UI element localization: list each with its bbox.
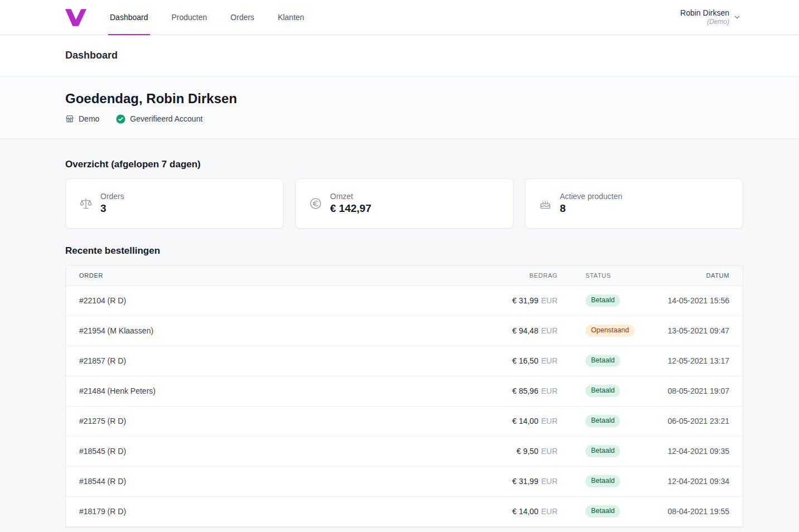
table-row[interactable]: #22104 (R D) € 31,99EUR Betaald 14-05-20… <box>66 286 743 316</box>
order-id: #21484 (Henk Peters) <box>66 386 468 395</box>
nav-item-klanten[interactable]: Klanten <box>278 0 304 35</box>
greeting-title: Goedendag, Robin Dirksen <box>65 91 734 107</box>
table-header: ORDER BEDRAG STATUS DATUM <box>66 265 743 286</box>
table-row[interactable]: #21484 (Henk Peters) € 85,96EUR Betaald … <box>66 376 743 407</box>
order-id: #21954 (M Klaassen) <box>66 326 468 335</box>
order-amount-value: € 85,96 <box>512 386 539 395</box>
recent-orders-title: Recente bestellingen <box>65 245 743 257</box>
order-date: 08-05-2021 19:07 <box>658 386 743 395</box>
order-date: 12-05-2021 13:17 <box>658 356 743 365</box>
order-amount: € 31,99EUR <box>468 296 558 305</box>
shop-name: Demo <box>79 114 99 123</box>
order-amount: € 94,48EUR <box>468 326 558 335</box>
order-amount-value: € 14,00 <box>512 507 539 516</box>
cake-icon <box>539 197 552 210</box>
nav-item-orders[interactable]: Orders <box>230 0 254 35</box>
order-date: 13-05-2021 09:47 <box>658 326 743 335</box>
column-header-datum: DATUM <box>658 272 743 279</box>
order-amount: € 9,50EUR <box>468 447 558 456</box>
order-amount-value: € 31,99 <box>512 477 539 486</box>
order-id: #22104 (R D) <box>66 296 468 305</box>
stat-value: 8 <box>560 202 622 215</box>
overview-title: Overzicht (afgelopen 7 dagen) <box>65 159 743 170</box>
stat-label: Actieve producten <box>560 192 622 201</box>
nav-item-producten[interactable]: Producten <box>172 0 207 35</box>
status-badge: Betaald <box>585 385 620 397</box>
stat-value: € 142,97 <box>330 202 371 215</box>
order-id: #18545 (R D) <box>66 447 468 456</box>
verified-label: Geverifieerd Account <box>130 114 202 123</box>
stat-label: Omzet <box>330 192 371 201</box>
page-title: Dashboard <box>65 50 118 61</box>
table-row[interactable]: #21954 (M Klaassen) € 94,48EUR Openstaan… <box>66 316 743 346</box>
order-currency: EUR <box>541 417 558 425</box>
main-content: Overzicht (afgelopen 7 dagen) Orders 3 <box>0 139 799 528</box>
stat-value: 3 <box>100 202 124 215</box>
order-date: 06-05-2021 23:21 <box>658 417 743 425</box>
order-amount-value: € 9,50 <box>517 447 539 456</box>
table-row[interactable]: #21275 (R D) € 14,00EUR Betaald 06-05-20… <box>66 407 743 437</box>
column-header-order: ORDER <box>66 272 468 279</box>
status-badge: Betaald <box>585 294 620 307</box>
order-id: #18544 (R D) <box>66 477 468 486</box>
order-id: #21275 (R D) <box>66 417 468 425</box>
status-badge: Openstaand <box>585 325 635 337</box>
stat-card-products: Actieve producten 8 <box>525 178 743 229</box>
order-amount-value: € 14,00 <box>512 417 539 425</box>
verified-check-icon <box>116 114 125 124</box>
table-row[interactable]: #18544 (R D) € 31,99EUR Betaald 12-04-20… <box>66 467 743 497</box>
column-header-bedrag: BEDRAG <box>468 272 558 279</box>
order-amount-value: € 31,99 <box>512 296 539 305</box>
order-amount-value: € 16,50 <box>512 356 539 365</box>
table-row[interactable]: #18545 (R D) € 9,50EUR Betaald 12-04-202… <box>66 437 743 467</box>
shop-meta: Demo <box>65 114 99 123</box>
status-badge: Betaald <box>585 355 620 367</box>
stat-cards: Orders 3 Omzet € 142,97 <box>65 178 743 229</box>
user-name: Robin Dirksen <box>680 8 729 18</box>
order-currency: EUR <box>541 386 558 395</box>
greeting-section: Goedendag, Robin Dirksen Demo Geverifiee… <box>0 76 799 139</box>
euro-circle-icon <box>309 197 322 210</box>
order-currency: EUR <box>541 447 558 456</box>
order-id: #18179 (R D) <box>66 507 468 516</box>
order-currency: EUR <box>541 356 558 365</box>
stat-card-omzet: Omzet € 142,97 <box>295 178 514 229</box>
status-badge: Betaald <box>585 475 620 487</box>
page-title-bar: Dashboard <box>0 35 799 76</box>
recent-orders-table: ORDER BEDRAG STATUS DATUM #22104 (R D) €… <box>65 265 743 528</box>
user-menu[interactable]: Robin Dirksen (Demo) <box>680 0 741 35</box>
table-row[interactable]: #21857 (R D) € 16,50EUR Betaald 12-05-20… <box>66 346 743 376</box>
order-date: 08-04-2021 19:55 <box>658 507 743 516</box>
column-header-status: STATUS <box>558 272 658 279</box>
order-currency: EUR <box>541 326 558 335</box>
status-badge: Betaald <box>585 445 620 457</box>
order-id: #21857 (R D) <box>66 356 468 365</box>
stat-label: Orders <box>100 192 124 201</box>
status-badge: Betaald <box>585 415 620 427</box>
scale-icon <box>79 197 93 210</box>
order-amount: € 14,00EUR <box>468 417 558 425</box>
top-nav: Dashboard Producten Orders Klanten Robin… <box>0 0 799 35</box>
table-row[interactable]: #18179 (R D) € 14,00EUR Betaald 08-04-20… <box>66 497 743 527</box>
logo[interactable] <box>65 0 86 35</box>
status-badge: Betaald <box>585 505 620 518</box>
order-date: 12-04-2021 09:35 <box>658 447 743 456</box>
nav-item-dashboard[interactable]: Dashboard <box>110 0 148 35</box>
stat-card-orders: Orders 3 <box>65 178 284 229</box>
shop-icon <box>65 114 74 123</box>
order-amount-value: € 94,48 <box>512 326 539 335</box>
orders-table-body: #22104 (R D) € 31,99EUR Betaald 14-05-20… <box>66 286 743 527</box>
order-amount: € 14,00EUR <box>468 507 558 516</box>
order-amount: € 85,96EUR <box>468 386 558 395</box>
order-date: 12-04-2021 09:34 <box>658 477 743 486</box>
logo-v-icon <box>65 8 86 27</box>
order-date: 14-05-2021 15:56 <box>658 296 743 305</box>
user-subtitle: (Demo) <box>680 18 729 27</box>
order-currency: EUR <box>541 296 558 305</box>
order-currency: EUR <box>541 507 558 516</box>
order-amount: € 16,50EUR <box>468 356 558 365</box>
order-amount: € 31,99EUR <box>468 477 558 486</box>
order-currency: EUR <box>541 477 558 486</box>
chevron-down-icon <box>733 13 741 21</box>
verified-meta: Geverifieerd Account <box>116 114 202 124</box>
